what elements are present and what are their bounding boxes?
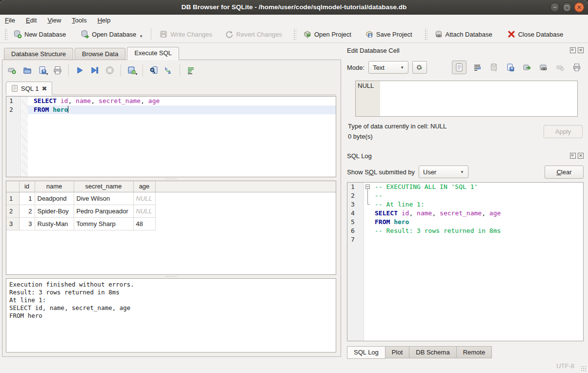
sql-tab[interactable]: SQL 1 ✖ <box>6 82 52 95</box>
row-header[interactable]: 1 <box>6 192 19 205</box>
close-database-label: Close Database <box>518 31 564 38</box>
print-icon[interactable] <box>52 65 63 76</box>
cell-name[interactable]: Deadpond <box>35 192 74 205</box>
toolbar-drag-handle[interactable] <box>4 28 7 40</box>
chevron-down-icon: ▼ <box>400 65 404 70</box>
set-null-icon[interactable] <box>554 62 566 73</box>
resize-grip[interactable] <box>581 366 587 372</box>
main-tabbar: Database Structure Browse Data Execute S… <box>2 47 341 60</box>
open-database-dropdown-icon[interactable]: ▼ <box>139 34 143 39</box>
cell-editor-margin: NULL <box>356 81 380 116</box>
submitter-select[interactable]: User ▼ <box>419 166 468 178</box>
menu-help[interactable]: Help <box>98 17 111 24</box>
dock-tab-db-schema[interactable]: DB Schema <box>409 346 456 358</box>
tab-database-structure[interactable]: Database Structure <box>4 48 73 60</box>
new-sql-tab-icon[interactable] <box>7 65 18 76</box>
text-mode-icon[interactable] <box>452 61 466 74</box>
apply-cell-icon[interactable] <box>521 62 533 73</box>
mode-select[interactable]: Text ▼ <box>368 61 408 74</box>
save-results-icon[interactable]: ▼ <box>126 65 137 76</box>
fold-marker-collapse[interactable] <box>364 183 373 191</box>
format-icon[interactable]: ba <box>163 65 174 76</box>
cell-age[interactable]: NULL <box>133 205 155 217</box>
cell-age[interactable]: 48 <box>133 217 155 230</box>
encoding-indicator[interactable]: UTF-8 <box>556 362 574 370</box>
cell-secret-name[interactable]: Pedro Parqueador <box>74 205 133 217</box>
cell-name[interactable]: Spider-Boy <box>35 205 74 217</box>
svg-text:a: a <box>168 69 171 75</box>
cell-secret-name[interactable]: Tommy Sharp <box>74 217 133 230</box>
cell-id[interactable]: 1 <box>19 192 35 205</box>
column-header-secret-name[interactable]: secret_name <box>74 181 133 192</box>
table-row[interactable]: 3 3 Rusty-Man Tommy Sharp 48 <box>6 217 336 230</box>
cell-id[interactable]: 3 <box>19 217 35 230</box>
stop-icon[interactable] <box>104 65 115 76</box>
corner-header[interactable] <box>6 181 19 192</box>
column-header-name[interactable]: name <box>35 181 74 192</box>
apply-button[interactable]: Apply <box>544 125 583 138</box>
splitter-results-message[interactable] <box>6 275 336 278</box>
tab-execute-sql[interactable]: Execute SQL <box>127 47 179 60</box>
sql-log-view[interactable]: 1 -- EXECUTING ALL IN 'SQL 1' 2 -- 3 -- … <box>347 182 584 341</box>
cell-name[interactable]: Rusty-Man <box>35 217 74 230</box>
open-database-button[interactable]: Open Database ▼ <box>77 28 147 41</box>
app-window: DB Browser for SQLite - /home/user/code/… <box>0 0 588 373</box>
close-sql-tab-icon[interactable]: ✖ <box>41 85 47 92</box>
table-row[interactable]: 2 2 Spider-Boy Pedro Parqueador NULL <box>6 205 336 217</box>
cell-secret-name[interactable]: Dive Wilson <box>74 192 133 205</box>
cell-id[interactable]: 2 <box>19 205 35 217</box>
open-project-button[interactable]: Open Project <box>299 28 355 41</box>
open-project-label: Open Project <box>314 31 351 38</box>
minimize-icon[interactable]: − <box>550 2 560 12</box>
dock-tab-sql-log[interactable]: SQL Log <box>347 346 385 359</box>
float-panel-icon[interactable] <box>570 47 576 53</box>
revert-changes-button[interactable]: Revert Changes <box>221 28 286 41</box>
close-panel-icon[interactable]: ✕ <box>578 153 584 159</box>
save-project-button[interactable]: Save Project <box>361 28 416 41</box>
find-icon[interactable] <box>148 65 159 76</box>
toolbar-drag-handle[interactable] <box>424 28 427 40</box>
menu-view[interactable]: View <box>47 17 61 24</box>
toolbar-drag-handle[interactable] <box>293 28 296 40</box>
word-wrap-icon[interactable] <box>185 65 196 76</box>
import-cell-icon[interactable] <box>488 62 500 73</box>
open-sql-file-icon[interactable] <box>22 65 33 76</box>
revert-changes-label: Revert Changes <box>236 31 282 38</box>
execute-all-icon[interactable] <box>74 65 85 76</box>
gear-icon <box>415 63 424 72</box>
column-header-id[interactable]: id <box>19 181 35 192</box>
splitter-editor-results[interactable] <box>6 177 336 181</box>
export-cell-icon[interactable] <box>505 62 516 73</box>
dock-tab-plot[interactable]: Plot <box>385 346 409 358</box>
wrap-lines-icon[interactable] <box>471 62 483 73</box>
close-database-button[interactable]: Close Database <box>503 28 568 41</box>
titlebar[interactable]: DB Browser for SQLite - /home/user/code/… <box>0 0 588 15</box>
print-cell-icon[interactable] <box>571 62 583 73</box>
execute-line-icon[interactable] <box>89 65 100 76</box>
sql-editor[interactable]: 1 SELECT id, name, secret_name, age 2 FR… <box>6 96 336 177</box>
dock-tab-remote[interactable]: Remote <box>457 346 492 358</box>
float-panel-icon[interactable] <box>570 153 576 159</box>
attach-database-button[interactable]: Attach Database <box>430 28 496 41</box>
message-line: SELECT id, name, secret_name, age <box>9 304 333 312</box>
maximize-icon[interactable]: ▢ <box>562 2 572 12</box>
cell-content-editor[interactable]: NULL <box>355 81 578 117</box>
close-icon[interactable]: ✕ <box>574 2 584 12</box>
row-header[interactable]: 2 <box>6 205 19 217</box>
cell-age[interactable]: NULL <box>133 192 155 205</box>
close-panel-icon[interactable]: ✕ <box>578 47 584 53</box>
tab-browse-data[interactable]: Browse Data <box>75 48 125 60</box>
menu-edit[interactable]: Edit <box>26 17 37 24</box>
table-row[interactable]: 1 1 Deadpond Dive Wilson NULL <box>6 192 336 205</box>
new-database-button[interactable]: New Database <box>9 28 70 41</box>
clear-button[interactable]: Clear <box>545 166 584 179</box>
row-header[interactable]: 3 <box>6 217 19 230</box>
cell-type-info: Type of data currently in cell: NULL <box>348 123 446 130</box>
apply-mode-button[interactable] <box>412 61 427 74</box>
write-changes-button[interactable]: Write Changes <box>155 28 216 41</box>
link-cell-icon[interactable] <box>538 62 549 73</box>
column-header-age[interactable]: age <box>133 181 155 192</box>
menu-tools[interactable]: Tools <box>72 17 86 24</box>
save-sql-file-icon[interactable]: ▼ <box>37 65 48 76</box>
menu-file[interactable]: File <box>5 17 15 24</box>
